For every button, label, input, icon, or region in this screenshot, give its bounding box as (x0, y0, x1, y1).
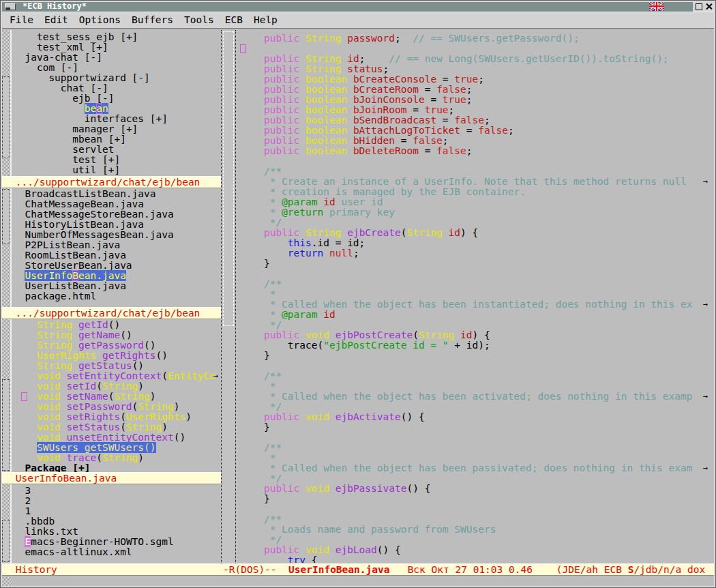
menu-item-options[interactable]: Options (79, 15, 121, 25)
code-line[interactable]: } (240, 259, 709, 269)
code-line[interactable] (240, 361, 709, 371)
method-item[interactable]: UserRights getRights() (13, 351, 220, 361)
history-item-Emacs-Beginner-HOWTO.sgml[interactable]: Emacs-Beginner-HOWTO.sgml (13, 537, 220, 547)
tree-item-java-chat[interactable]: java-chat [-] (13, 53, 220, 63)
scrollbar-thumb[interactable] (2, 379, 10, 471)
source-item-StoreUserBean.java[interactable]: StoreUserBean.java (13, 261, 220, 271)
editor-buffer[interactable]: public String password; // == SWUsers.ge… (240, 33, 709, 563)
history-item-.bbdb[interactable]: .bbdb (13, 516, 220, 527)
code-line[interactable]: public boolean bHidden = false; (240, 136, 709, 146)
code-line[interactable]: */ (240, 218, 709, 228)
scrollbar-thumb[interactable] (2, 189, 10, 244)
window-menu-icon[interactable] (5, 3, 16, 10)
code-line[interactable]: trace("ejbPostCreate id = " + id); (240, 340, 709, 351)
code-line[interactable]: */ (240, 320, 709, 330)
code-line[interactable]: */ (240, 402, 709, 412)
code-line[interactable] (240, 269, 709, 279)
tree-item-test_xml[interactable]: test_xml [+] (13, 42, 220, 53)
code-line[interactable]: try { (240, 555, 709, 563)
method-item[interactable]: void setPassword(String) (13, 402, 220, 412)
code-line[interactable]: */ (240, 535, 709, 545)
history-item-3[interactable]: 3 (13, 486, 220, 496)
source-item-package.html[interactable]: package.html (13, 291, 220, 302)
code-line[interactable]: public void ejbPostCreate(String id) { (240, 330, 709, 340)
code-line[interactable]: public boolean bJoinConsole = true; (240, 95, 709, 105)
code-line[interactable]: /** (240, 371, 709, 381)
code-line[interactable]: * (240, 289, 709, 299)
code-line[interactable]: public String status; (240, 64, 709, 74)
code-line[interactable]: /** (240, 514, 709, 525)
code-line[interactable]: * Called when the object has been passiv… (240, 463, 709, 473)
window-titlebar[interactable]: *ECB History* (1, 1, 693, 12)
code-line[interactable]: * Called when the object has been instan… (240, 299, 709, 310)
method-item[interactable]: SWUsers getSWUsers() (13, 443, 220, 453)
history-item-1[interactable]: 1 (13, 506, 220, 516)
tree-item-bean[interactable]: bean (13, 104, 220, 114)
method-item[interactable]: void setName(String) (13, 392, 220, 402)
code-line[interactable]: } (240, 422, 709, 432)
menu-item-file[interactable]: File (10, 15, 33, 25)
source-item-UserInfoBean.java[interactable]: UserInfoBean.java (13, 271, 220, 281)
tree-item-ejb[interactable]: ejb [-] (13, 93, 220, 104)
close-icon[interactable] (705, 3, 713, 10)
source-item-HistoryListBean.java[interactable]: HistoryListBean.java (13, 220, 220, 230)
code-line[interactable]: public String ejbCreate(String id) { (240, 228, 709, 238)
source-item-ChatMessageStoreBean.java[interactable]: ChatMessageStoreBean.java (13, 209, 220, 220)
code-line[interactable]: } (240, 351, 709, 361)
source-item-BroadcastListBean.java[interactable]: BroadcastListBean.java (13, 189, 220, 199)
code-line[interactable]: * Called when the object has been activa… (240, 392, 709, 402)
menu-item-help[interactable]: Help (254, 15, 278, 25)
method-item[interactable]: String getStatus() (13, 361, 220, 371)
method-item[interactable]: String getName() (13, 330, 220, 340)
source-item-ChatMessageBean.java[interactable]: ChatMessageBean.java (13, 199, 220, 209)
code-line[interactable]: * Create an instance of a UserInfo. Note… (240, 177, 709, 187)
code-line[interactable]: } (240, 494, 709, 504)
code-line[interactable]: */ (240, 473, 709, 484)
code-line[interactable] (240, 44, 709, 54)
history-item-emacs-altlinux.xml[interactable]: emacs-altlinux.xml (13, 547, 220, 557)
history-item-2[interactable]: 2 (13, 496, 220, 506)
code-line[interactable]: * (240, 381, 709, 392)
tree-item-supportwizard[interactable]: supportwizard [-] (13, 73, 220, 83)
tree-item-servlet[interactable]: servlet (13, 145, 220, 155)
method-item[interactable]: void setStatus(String) (13, 422, 220, 432)
menu-item-buffers[interactable]: Buffers (132, 15, 173, 25)
scrollbar-thumb[interactable] (2, 520, 10, 562)
code-line[interactable]: /** (240, 443, 709, 453)
code-line[interactable]: public boolean bDeleteRoom = false; (240, 146, 709, 156)
source-item-RoomListBean.java[interactable]: RoomListBean.java (13, 250, 220, 261)
menu-item-ecb[interactable]: ECB (225, 15, 243, 25)
tree-item-interfaces[interactable]: interfaces [+] (13, 114, 220, 124)
code-line[interactable]: public String password; // == SWUsers.ge… (240, 33, 709, 44)
code-line[interactable]: public void ejbActivate() { (240, 412, 709, 422)
method-item[interactable]: void setRights(UserRights) (13, 412, 220, 422)
code-line[interactable]: public void ejbLoad() { (240, 545, 709, 555)
source-item-UserListBean.java[interactable]: UserListBean.java (13, 281, 220, 291)
uk-keyboard-flag-icon[interactable] (649, 1, 664, 11)
code-line[interactable]: * creation is managed by the EJB contain… (240, 187, 709, 197)
method-item[interactable]: String getId() (13, 320, 220, 330)
history-item-links.txt[interactable]: links.txt (13, 527, 220, 537)
tree-item-com[interactable]: com [-] (13, 63, 220, 73)
code-line[interactable]: * @param id (240, 310, 709, 320)
code-line[interactable]: * @return primary key (240, 207, 709, 218)
code-line[interactable] (240, 432, 709, 443)
code-line[interactable] (240, 504, 709, 514)
method-item[interactable]: Package [+] (13, 463, 220, 473)
tree-item-chat[interactable]: chat [-] (13, 83, 220, 93)
tree-item-test[interactable]: test [+] (13, 155, 220, 165)
code-line[interactable]: public boolean bCreateConsole = true; (240, 74, 709, 85)
code-line[interactable]: /** (240, 279, 709, 289)
code-line[interactable]: return null; (240, 248, 709, 259)
code-line[interactable]: public void ejbPassivate() { (240, 484, 709, 494)
code-line[interactable]: public boolean bCreateRoom = false; (240, 85, 709, 95)
tree-item-util[interactable]: util [+] (13, 165, 220, 175)
source-item-P2PListBean.java[interactable]: P2PListBean.java (13, 240, 220, 250)
code-line[interactable]: * @param id user id (240, 197, 709, 207)
code-line[interactable]: * Loads name and password from SWUsers (240, 525, 709, 535)
menu-item-edit[interactable]: Edit (44, 15, 68, 25)
code-line[interactable]: * (240, 453, 709, 463)
method-item[interactable]: String getPassword() (13, 340, 220, 351)
tree-item-manager[interactable]: manager [+] (13, 124, 220, 134)
code-line[interactable]: this.id = id; (240, 238, 709, 248)
